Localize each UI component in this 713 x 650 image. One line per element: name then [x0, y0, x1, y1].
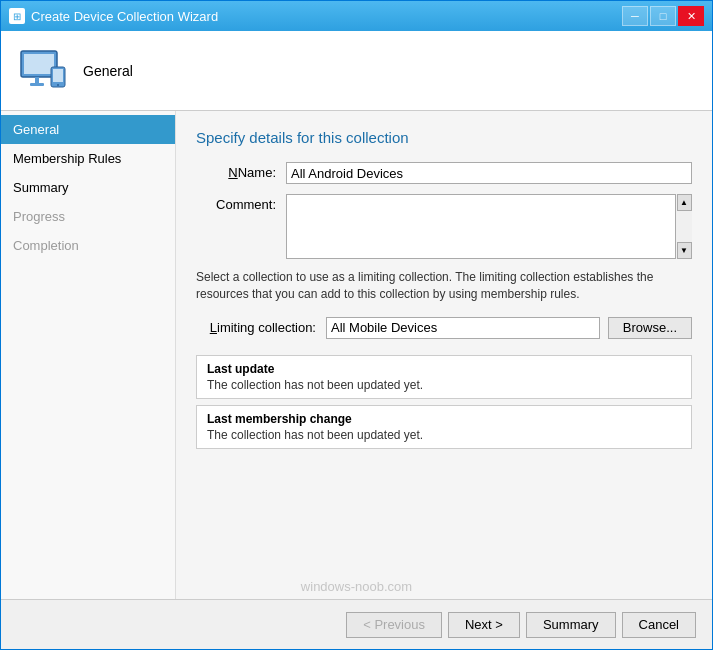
svg-rect-5 [53, 69, 63, 82]
title-bar: ⊞ Create Device Collection Wizard ─ □ ✕ [1, 1, 712, 31]
browse-button[interactable]: Browse... [608, 317, 692, 339]
last-update-title: Last update [207, 362, 681, 376]
svg-rect-1 [24, 54, 54, 74]
sidebar-item-progress: Progress [1, 202, 175, 231]
comment-textarea-wrapper: ▲ ▼ [286, 194, 692, 259]
name-label: NName: [196, 162, 286, 180]
cancel-button[interactable]: Cancel [622, 612, 696, 638]
summary-button[interactable]: Summary [526, 612, 616, 638]
info-text: Select a collection to use as a limiting… [196, 269, 692, 303]
limiting-collection-row: Limiting collection: Browse... [196, 317, 692, 339]
sidebar-item-summary[interactable]: Summary [1, 173, 175, 202]
minimize-button[interactable]: ─ [622, 6, 648, 26]
last-membership-box: Last membership change The collection ha… [196, 405, 692, 449]
wizard-header: General [1, 31, 712, 111]
scroll-track [676, 211, 692, 242]
limiting-collection-input[interactable] [326, 317, 600, 339]
last-update-value: The collection has not been updated yet. [207, 378, 681, 392]
title-bar-buttons: ─ □ ✕ [622, 6, 704, 26]
window-icon: ⊞ [9, 8, 25, 24]
close-button[interactable]: ✕ [678, 6, 704, 26]
limiting-collection-label: Limiting collection: [196, 320, 326, 335]
wizard-body: General Membership Rules Summary Progres… [1, 111, 712, 599]
name-input[interactable] [286, 162, 692, 184]
scroll-up-arrow[interactable]: ▲ [677, 194, 692, 211]
textarea-scrollbar: ▲ ▼ [675, 194, 692, 259]
main-content: Specify details for this collection NNam… [176, 111, 712, 599]
section-title: Specify details for this collection [196, 129, 692, 146]
last-update-box: Last update The collection has not been … [196, 355, 692, 399]
svg-rect-2 [35, 77, 39, 83]
name-row: NName: [196, 162, 692, 184]
sidebar-item-completion: Completion [1, 231, 175, 260]
next-button[interactable]: Next > [448, 612, 520, 638]
comment-textarea[interactable] [286, 194, 692, 259]
comment-label: Comment: [196, 194, 286, 212]
scroll-down-arrow[interactable]: ▼ [677, 242, 692, 259]
last-membership-value: The collection has not been updated yet. [207, 428, 681, 442]
header-title: General [83, 63, 133, 79]
last-membership-title: Last membership change [207, 412, 681, 426]
computer-icon [17, 45, 69, 97]
sidebar: General Membership Rules Summary Progres… [1, 111, 176, 599]
comment-row: Comment: ▲ ▼ [196, 194, 692, 259]
sidebar-item-general[interactable]: General [1, 115, 175, 144]
svg-point-6 [57, 84, 59, 86]
maximize-button[interactable]: □ [650, 6, 676, 26]
svg-rect-3 [30, 83, 44, 86]
title-bar-left: ⊞ Create Device Collection Wizard [9, 8, 218, 24]
window-title: Create Device Collection Wizard [31, 9, 218, 24]
wizard-footer: < Previous Next > Summary Cancel [1, 599, 712, 649]
wizard-window: ⊞ Create Device Collection Wizard ─ □ ✕ … [0, 0, 713, 650]
previous-button[interactable]: < Previous [346, 612, 442, 638]
sidebar-item-membership-rules[interactable]: Membership Rules [1, 144, 175, 173]
